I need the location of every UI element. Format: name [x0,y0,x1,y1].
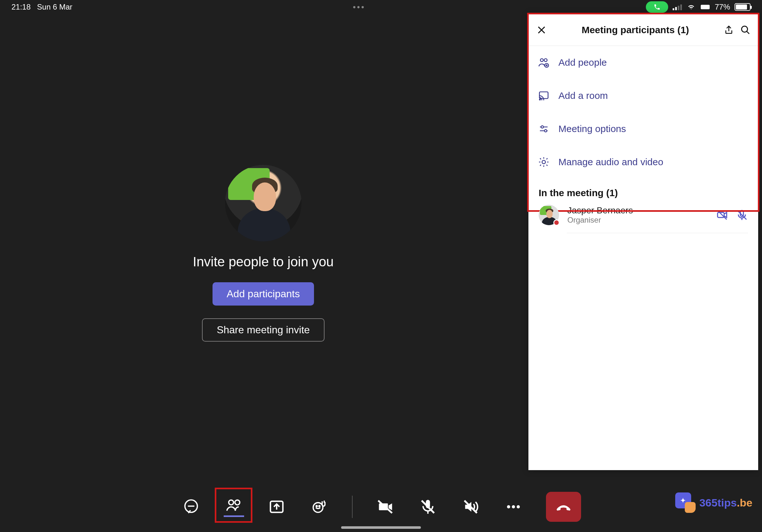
participants-panel: Meeting participants (1) Add people Add … [528,14,758,470]
svg-rect-1 [675,7,677,10]
share-screen-icon [268,499,285,515]
meeting-toolbar [0,492,762,522]
manage-av-item[interactable]: Manage audio and video [528,146,758,179]
people-button[interactable] [224,497,244,517]
panel-actions: Add people Add a room Meeting options Ma… [528,46,758,179]
self-avatar [225,165,302,241]
logo-icon: ✦ [675,493,696,513]
cast-icon [538,90,550,101]
close-icon[interactable] [536,25,547,35]
call-indicator-pill[interactable] [646,1,668,13]
svg-point-11 [541,126,544,128]
camera-off-icon [377,499,393,515]
share-meeting-invite-button[interactable]: Share meeting invite [202,318,325,342]
battery-icon [734,3,750,11]
svg-point-7 [544,59,547,62]
speaker-button[interactable] [460,497,481,517]
manage-av-label: Manage audio and video [559,157,663,167]
participant-name: Jasper Bernaers [568,205,708,216]
sliders-icon [538,123,550,135]
speaker-off-icon [462,499,479,515]
status-sysmenu[interactable]: ••• [353,2,365,12]
in-meeting-title: In the meeting (1) [528,179,758,205]
svg-point-24 [507,505,510,508]
watermark-logo: ✦ 365tips.be [675,493,752,513]
svg-point-22 [319,505,320,506]
home-indicator[interactable] [341,526,421,529]
share-content-button[interactable] [267,497,287,517]
svg-rect-4 [701,5,710,9]
meeting-stage: Invite people to join you Add participan… [0,14,526,493]
svg-point-20 [313,503,323,512]
more-icon [505,499,522,515]
people-icon [226,497,242,513]
gear-icon [538,156,550,168]
hang-up-button[interactable] [546,492,581,522]
reactions-button[interactable] [309,497,330,517]
svg-point-18 [235,500,240,504]
add-people-label: Add people [559,57,607,68]
add-room-item[interactable]: Add a room [528,79,758,112]
cellular-icon [673,4,682,10]
status-date: Sun 6 Mar [37,3,72,12]
status-bar: 21:18 Sun 6 Mar ••• 77% [0,0,762,14]
svg-point-21 [316,505,317,506]
toolbar-divider [352,496,352,518]
mic-off-icon [419,499,436,515]
mic-button[interactable] [418,497,438,517]
svg-point-5 [741,26,748,32]
svg-rect-0 [673,8,674,10]
meeting-options-label: Meeting options [559,123,626,134]
svg-point-12 [544,129,547,132]
svg-rect-3 [680,4,682,10]
panel-header: Meeting participants (1) [528,14,758,46]
participant-role: Organiser [568,216,708,225]
presence-busy-icon [553,220,560,226]
wifi-icon [687,4,696,11]
add-people-item[interactable]: Add people [528,46,758,79]
carplay-icon [700,4,710,11]
camera-button[interactable] [375,497,395,517]
svg-point-26 [517,505,520,508]
participant-avatar [539,205,559,225]
phone-icon [653,4,660,11]
mic-off-icon [736,209,748,221]
participant-row[interactable]: Jasper Bernaers Organiser [528,205,758,233]
battery-percent: 77% [715,3,730,12]
svg-point-25 [512,505,515,508]
svg-rect-2 [678,6,679,10]
add-room-label: Add a room [559,90,608,101]
status-time: 21:18 [12,3,31,12]
reactions-icon [311,499,328,515]
invite-title: Invite people to join you [193,254,334,270]
svg-point-10 [540,99,541,100]
camera-off-icon [716,209,728,221]
chat-icon [183,499,199,515]
search-icon[interactable] [740,25,750,35]
add-people-icon [538,57,550,68]
svg-point-17 [229,500,234,504]
more-button[interactable] [503,497,524,517]
svg-point-6 [541,59,543,62]
chat-button[interactable] [181,497,201,517]
panel-title: Meeting participants (1) [553,25,717,35]
share-icon[interactable] [724,25,734,35]
meeting-options-item[interactable]: Meeting options [528,112,758,146]
svg-point-13 [542,161,546,164]
add-participants-button[interactable]: Add participants [212,282,314,305]
hang-up-icon [555,498,572,516]
